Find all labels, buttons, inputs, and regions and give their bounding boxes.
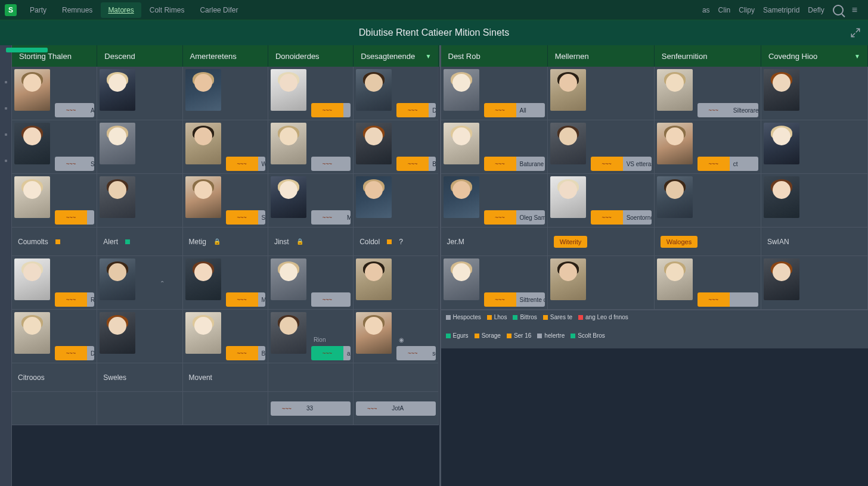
column-header[interactable]: Dsesagtenende▼ — [354, 45, 439, 67]
avatar[interactable] — [657, 69, 693, 111]
status-tag[interactable]: ~~~ — [311, 103, 351, 117]
status-tag[interactable]: ~~~Annettit — [55, 103, 94, 117]
avatar[interactable] — [356, 176, 392, 218]
avatar[interactable] — [550, 176, 586, 218]
status-tag[interactable]: ~~~Minit Rolans — [226, 292, 265, 307]
avatar[interactable] — [356, 123, 392, 164]
column-header[interactable]: Covedng Hioo▼ — [761, 45, 868, 67]
name-cell[interactable]: Jinst🔒 — [268, 228, 353, 256]
status-tag[interactable]: ~~~Oleg Samins — [484, 210, 545, 225]
status-tag[interactable]: ~~~Soentornot ott — [591, 210, 652, 225]
status-tag[interactable]: ~~~Sererne not — [226, 210, 265, 225]
top-link-clipy[interactable]: Clipy — [739, 6, 755, 14]
avatar[interactable] — [271, 123, 306, 164]
status-tag[interactable]: ~~~Wio Cente — [226, 157, 265, 171]
avatar[interactable] — [14, 176, 50, 218]
name-cell[interactable]: Citrooos — [12, 363, 97, 392]
avatar[interactable] — [100, 123, 135, 164]
status-tag[interactable]: ~~~ — [698, 292, 758, 307]
search-icon[interactable] — [833, 5, 844, 15]
name-cell[interactable]: Sweles — [97, 363, 182, 392]
top-link-sametriprid[interactable]: Sametriprid — [763, 6, 799, 14]
avatar[interactable] — [271, 258, 306, 300]
avatar[interactable] — [657, 123, 693, 164]
nav-item-colt rimes[interactable]: Colt Rimes — [142, 2, 192, 18]
legend-item[interactable]: Ser 16 — [507, 332, 531, 339]
legend-item[interactable]: Lhos — [487, 314, 507, 320]
avatar[interactable] — [550, 123, 586, 164]
legend-item[interactable]: helertre — [537, 332, 565, 339]
status-tag[interactable]: ~~~Destattannt fit — [396, 103, 436, 117]
name-cell[interactable]: SwIAN — [761, 228, 867, 256]
status-tag[interactable]: ~~~Rrtroste ote — [55, 292, 94, 307]
avatar[interactable] — [356, 69, 392, 111]
avatar[interactable] — [185, 176, 221, 218]
name-cell[interactable]: Witerity — [548, 228, 654, 256]
avatar[interactable] — [356, 258, 392, 300]
avatar[interactable] — [657, 176, 693, 218]
nav-item-matores[interactable]: Matores — [101, 2, 141, 18]
name-cell[interactable]: Alert — [97, 228, 182, 256]
nav-item-carlee difer[interactable]: Carlee Difer — [193, 2, 245, 18]
status-tag[interactable]: ~~~JotA — [356, 401, 436, 416]
legend-item[interactable]: Bittros — [513, 314, 537, 320]
name-cell[interactable]: Movent — [183, 363, 268, 392]
avatar[interactable] — [100, 176, 135, 218]
legend-item[interactable]: Egurs — [446, 332, 469, 339]
status-tag[interactable]: ~~~ — [311, 157, 351, 171]
column-header[interactable]: Amerteretens — [183, 45, 268, 67]
avatar[interactable] — [14, 123, 50, 164]
status-tag[interactable]: ~~~antnenner — [311, 346, 351, 360]
status-tag[interactable]: ~~~All — [484, 103, 545, 117]
status-tag[interactable]: ~~~Brune soure — [226, 346, 265, 360]
avatar[interactable] — [271, 176, 306, 218]
nav-item-remnues[interactable]: Remnues — [55, 2, 100, 18]
status-tag[interactable]: ~~~Silteorare ow — [698, 103, 758, 117]
avatar[interactable] — [14, 258, 50, 300]
name-cell[interactable]: Metig🔒 — [183, 228, 268, 256]
avatar[interactable] — [100, 312, 135, 354]
avatar[interactable] — [764, 69, 799, 111]
app-logo[interactable]: S — [5, 4, 17, 16]
status-tag[interactable]: ~~~Moroenata aw — [311, 210, 351, 225]
avatar[interactable] — [185, 123, 221, 164]
avatar[interactable] — [100, 258, 135, 300]
avatar[interactable] — [764, 123, 799, 164]
legend-item[interactable]: Sares te — [543, 314, 572, 320]
menu-icon[interactable]: ≡ — [852, 5, 857, 15]
status-tag[interactable]: ~~~selesmt — [396, 346, 436, 360]
avatar[interactable] — [550, 258, 586, 300]
avatar[interactable] — [14, 69, 50, 111]
status-tag[interactable]: ~~~ct — [698, 157, 758, 171]
status-tag[interactable]: ~~~33 — [271, 401, 351, 416]
top-link-as[interactable]: as — [702, 6, 710, 14]
status-tag[interactable]: ~~~Dresseer aw — [55, 346, 94, 360]
avatar[interactable] — [271, 69, 306, 111]
column-header[interactable]: Dest Rob — [441, 45, 548, 67]
avatar[interactable] — [271, 312, 306, 354]
top-link-defly[interactable]: Defly — [808, 6, 824, 14]
avatar[interactable] — [185, 69, 221, 111]
legend-item[interactable]: Scolt Bros — [571, 332, 605, 339]
avatar[interactable] — [356, 312, 392, 354]
name-cell[interactable]: Coldol? — [354, 228, 438, 256]
avatar[interactable] — [100, 69, 135, 111]
status-tag[interactable]: ~~~ — [55, 210, 94, 225]
name-cell[interactable] — [268, 363, 353, 392]
name-cell[interactable]: Coumolts — [12, 228, 97, 256]
avatar[interactable] — [444, 69, 479, 111]
avatar[interactable] — [444, 123, 479, 164]
avatar[interactable] — [657, 258, 693, 300]
column-header[interactable]: Senfeurnition — [655, 45, 761, 67]
status-tag[interactable]: ~~~Setrennte ata — [55, 157, 94, 171]
status-tag[interactable]: ~~~VS etterases — [591, 157, 652, 171]
column-header[interactable]: Mellernen — [548, 45, 655, 67]
avatar[interactable] — [764, 176, 799, 218]
avatar[interactable] — [14, 312, 50, 354]
nav-item-party[interactable]: Party — [23, 2, 54, 18]
avatar[interactable] — [185, 312, 221, 354]
column-header[interactable]: Descend — [97, 45, 182, 67]
avatar[interactable] — [185, 258, 221, 300]
status-tag[interactable]: ~~~Sittrente ote — [484, 292, 545, 307]
legend-item[interactable]: Hespoctes — [446, 314, 481, 320]
